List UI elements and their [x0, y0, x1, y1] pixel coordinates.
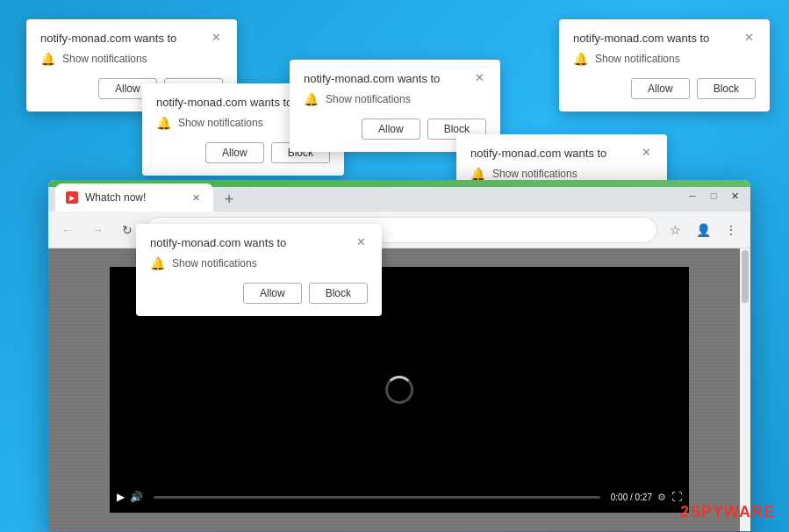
popup4-body: 🔔 Show notifications	[304, 92, 486, 106]
popup-browser-close-button[interactable]: ✕	[355, 236, 368, 248]
tab-close-button[interactable]: ✕	[189, 191, 203, 205]
progress-bar[interactable]	[154, 496, 600, 499]
popup3-description: Show notifications	[178, 117, 263, 129]
close-button[interactable]: ✕	[726, 187, 743, 205]
popup4-allow-button[interactable]: Allow	[362, 119, 420, 140]
popup2-description: Show notifications	[595, 53, 680, 65]
time-display: 0:00 / 0:27	[611, 492, 652, 502]
popup5-body: 🔔 Show notifications	[470, 167, 653, 181]
popup2-allow-button[interactable]: Allow	[631, 78, 690, 99]
browser-window: ▶ Whatch now! ✕ + ─ □ ✕ ← → ↻ 🔒 notify-m…	[48, 180, 750, 531]
scrollbar-thumb	[742, 250, 749, 303]
bell-icon-2: 🔔	[573, 52, 588, 66]
browser-scrollbar[interactable]	[740, 248, 750, 531]
popup-browser-header: notify-monad.com wants to ✕	[150, 236, 368, 249]
forward-button[interactable]: →	[85, 218, 110, 242]
maximize-button[interactable]: □	[705, 187, 722, 205]
fullscreen-button[interactable]: ⛶	[671, 491, 682, 503]
popup-browser-title: notify-monad.com wants to	[150, 236, 286, 249]
popup-browser-description: Show notifications	[172, 257, 257, 270]
popup2-close-button[interactable]: ✕	[742, 32, 756, 43]
tab-favicon: ▶	[66, 191, 78, 204]
popup5-title: notify-monad.com wants to	[470, 147, 606, 160]
bell-icon-browser: 🔔	[150, 256, 165, 270]
bookmark-button[interactable]: ☆	[663, 218, 687, 242]
popup5-header: notify-monad.com wants to ✕	[470, 147, 653, 160]
popup1-body: 🔔 Show notifications	[40, 52, 223, 66]
bell-icon: 🔔	[40, 52, 55, 66]
popup4-title: notify-monad.com wants to	[304, 72, 440, 85]
window-controls: ─ □ ✕	[684, 187, 743, 205]
popup1-header: notify-monad.com wants to ✕	[40, 32, 223, 45]
popup2-title: notify-monad.com wants to	[573, 32, 709, 45]
popup2-header: notify-monad.com wants to ✕	[573, 32, 756, 45]
popup4-close-button[interactable]: ✕	[473, 72, 486, 83]
popup5-close-button[interactable]: ✕	[640, 147, 653, 158]
notification-popup-browser: notify-monad.com wants to ✕ 🔔 Show notif…	[136, 224, 382, 316]
popup2-block-button[interactable]: Block	[697, 78, 756, 99]
profile-button[interactable]: 👤	[691, 218, 715, 242]
tab-title: Whatch now!	[85, 191, 146, 204]
volume-icon: 🔊	[130, 491, 143, 503]
popup2-body: 🔔 Show notifications	[573, 52, 756, 66]
watermark-suffix: E	[764, 503, 775, 521]
bell-icon-5: 🔔	[470, 167, 485, 181]
back-button[interactable]: ←	[55, 218, 80, 242]
popup-browser-allow-button[interactable]: Allow	[243, 283, 302, 304]
popup-browser-block-button[interactable]: Block	[309, 283, 368, 304]
popup4-header: notify-monad.com wants to ✕	[304, 72, 486, 85]
popup3-title: notify-monad.com wants to	[156, 96, 292, 109]
new-tab-button[interactable]: +	[217, 187, 241, 212]
popup3-allow-button[interactable]: Allow	[205, 142, 264, 163]
toolbar-right: ☆ 👤 ⋮	[663, 218, 743, 242]
popup2-buttons: Allow Block	[573, 78, 756, 99]
minimize-button[interactable]: ─	[684, 187, 701, 205]
play-button[interactable]: ▶	[117, 491, 125, 503]
bell-icon-3: 🔔	[156, 116, 171, 130]
loading-spinner	[385, 376, 413, 404]
active-tab[interactable]: ▶ Whatch now! ✕	[55, 183, 213, 212]
bell-icon-4: 🔔	[304, 92, 319, 106]
watermark-highlight: 2SPYWAR	[680, 503, 764, 521]
menu-button[interactable]: ⋮	[719, 218, 743, 242]
popup1-description: Show notifications	[62, 53, 147, 65]
popup1-title: notify-monad.com wants to	[40, 32, 176, 45]
watermark: 2SPYWARE	[680, 503, 775, 521]
popup1-close-button[interactable]: ✕	[210, 32, 223, 43]
popup4-description: Show notifications	[326, 93, 411, 105]
video-controls: ▶ 🔊 0:00 / 0:27 ⚙ ⛶	[110, 481, 689, 513]
popup-browser-body: 🔔 Show notifications	[150, 256, 368, 270]
popup-browser-buttons: Allow Block	[150, 283, 368, 304]
settings-icon[interactable]: ⚙	[657, 492, 666, 503]
popup5-description: Show notifications	[492, 168, 577, 180]
notification-popup-2: notify-monad.com wants to ✕ 🔔 Show notif…	[559, 19, 770, 111]
